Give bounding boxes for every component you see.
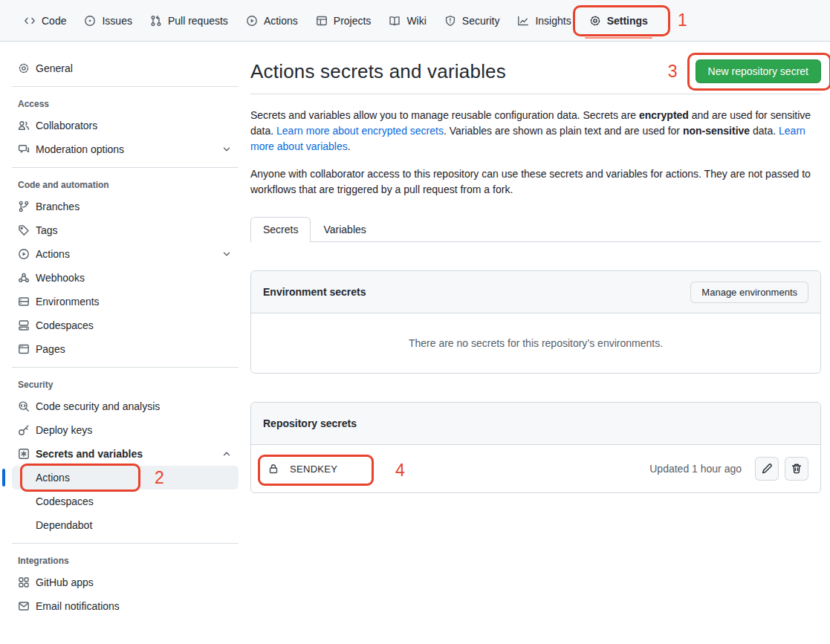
lock-icon (268, 463, 279, 475)
comment-discussion-icon (18, 143, 30, 155)
annotation-number-4: 4 (395, 462, 405, 479)
sidebar-item-label: GitHub apps (36, 576, 94, 588)
sidebar-item-pages[interactable]: Pages (12, 337, 239, 361)
sidebar-item-label: Collaborators (36, 120, 97, 131)
sidebar-item-label: Environments (36, 296, 100, 308)
key-icon (18, 424, 30, 436)
sidebar-divider (12, 86, 239, 87)
book-icon (389, 15, 401, 27)
sidebar-section-integrations: Integrations (12, 550, 239, 570)
sidebar-item-collaborators[interactable]: Collaborators (12, 114, 239, 137)
sidebar-item-moderation-options[interactable]: Moderation options (12, 137, 239, 161)
chevron-down-icon (221, 248, 233, 260)
annotation-number-1: 1 (678, 12, 687, 29)
graph-icon (517, 15, 529, 27)
nav-tab-pull-requests[interactable]: Pull requests (144, 10, 234, 31)
environment-secrets-box: Environment secrets Manage environments … (250, 270, 821, 374)
gear-icon (18, 62, 30, 74)
table-icon (316, 15, 328, 27)
webhook-icon (18, 272, 30, 284)
nav-tab-projects[interactable]: Projects (310, 10, 377, 31)
play-icon (18, 248, 30, 260)
chevron-up-icon (221, 448, 233, 460)
sidebar-item-secrets-and-variables[interactable]: Secrets and variables (12, 442, 239, 466)
mail-icon (18, 600, 30, 612)
nav-tab-label: Issues (102, 15, 132, 27)
tab-variables[interactable]: Variables (311, 217, 378, 242)
emphasis-text: encrypted (639, 109, 689, 121)
server-icon (18, 296, 30, 308)
sidebar-item-label: Code security and analysis (36, 400, 160, 412)
sidebar-divider (12, 367, 239, 368)
sidebar-item-label: Email notifications (36, 600, 120, 612)
nav-tab-label: Wiki (406, 15, 426, 27)
link-learn-more-about-encrypted-secrets[interactable]: Learn more about encrypted secrets (276, 125, 444, 137)
nav-tab-wiki[interactable]: Wiki (383, 10, 432, 31)
new-repository-secret-button[interactable]: New repository secret (696, 59, 821, 83)
nav-tab-settings[interactable]: Settings (583, 10, 654, 31)
manage-environments-button[interactable]: Manage environments (690, 282, 808, 303)
sidebar-item-label: Moderation options (36, 143, 124, 155)
sidebar-item-github-apps[interactable]: GitHub apps (12, 570, 239, 594)
environment-secrets-title: Environment secrets (263, 286, 366, 298)
description-text: Secrets and variables allow you to manag… (250, 109, 639, 121)
sidebar-item-code-security-and-analysis[interactable]: Code security and analysis (12, 394, 239, 418)
nav-tab-insights[interactable]: Insights (511, 10, 577, 31)
shield-icon (444, 15, 456, 27)
active-indicator (2, 469, 5, 487)
sidebar-item-deploy-keys[interactable]: Deploy keys (12, 418, 239, 442)
sidebar-item-label: Deploy keys (36, 424, 92, 436)
main-content: Actions secrets and variables 3 New repo… (250, 42, 830, 493)
tab-secrets[interactable]: Secrets (250, 217, 311, 242)
delete-secret-button[interactable] (785, 457, 808, 481)
nav-tab-actions[interactable]: Actions (240, 10, 304, 31)
sidebar-item-label: Dependabot (36, 519, 92, 531)
tag-icon (18, 224, 30, 236)
edit-secret-button[interactable] (755, 457, 779, 481)
sidebar-item-label: Codespaces (36, 495, 94, 507)
description-text: . Variables are shown as plain text and … (444, 125, 683, 137)
play-icon (246, 15, 258, 27)
sidebar-section-security: Security (12, 374, 239, 394)
sidebar-item-label: General (36, 62, 73, 74)
code-icon (24, 15, 36, 27)
sidebar-divider (12, 167, 239, 168)
sidebar-item-label: Actions (36, 472, 70, 484)
sidebar-item-tags[interactable]: Tags (12, 218, 239, 242)
sidebar-item-dependabot[interactable]: Dependabot (12, 513, 239, 537)
nav-tab-code[interactable]: Code (18, 10, 72, 31)
sidebar-item-actions[interactable]: Actions2 (12, 466, 239, 489)
key-asterisk-icon (18, 448, 30, 460)
secret-name: SENDKEY (290, 464, 337, 475)
sidebar-item-email-notifications[interactable]: Email notifications (12, 594, 239, 618)
annotation-number-3: 3 (668, 63, 678, 80)
sidebar-item-actions[interactable]: Actions (12, 242, 239, 266)
emphasis-text: non-sensitive (683, 125, 750, 137)
sidebar-item-general[interactable]: General (12, 56, 239, 80)
repository-secrets-box: Repository secrets SENDKEY4Updated 1 hou… (250, 402, 821, 493)
repo-tab-nav: CodeIssuesPull requestsActionsProjectsWi… (0, 0, 830, 42)
nav-tab-label: Settings (607, 15, 648, 27)
nav-tab-label: Code (42, 15, 66, 27)
page-title: Actions secrets and variables (250, 60, 506, 83)
sidebar-item-label: Branches (36, 201, 80, 212)
nav-tab-label: Security (462, 15, 500, 27)
sidebar-item-label: Codespaces (36, 319, 94, 331)
nav-tab-security[interactable]: Security (438, 10, 506, 31)
sidebar-item-label: Pages (36, 343, 65, 355)
nav-tab-label: Insights (535, 15, 571, 27)
sidebar-item-codespaces[interactable]: Codespaces (12, 313, 239, 337)
sidebar-item-label: Secrets and variables (36, 448, 143, 460)
sidebar-item-codespaces[interactable]: Codespaces (12, 489, 239, 513)
sidebar-item-webhooks[interactable]: Webhooks (12, 266, 239, 290)
nav-tab-label: Pull requests (168, 15, 228, 27)
sidebar-item-branches[interactable]: Branches (12, 195, 239, 218)
collaborator-access-note: Anyone with collaborator access to this … (250, 166, 821, 198)
chevron-down-icon (221, 143, 233, 155)
nav-tab-label: Actions (264, 15, 298, 27)
annotation-number-2: 2 (155, 469, 164, 487)
nav-tab-issues[interactable]: Issues (78, 10, 137, 31)
sidebar-section-access: Access (12, 93, 239, 114)
secret-name-group: SENDKEY4 (268, 463, 337, 475)
sidebar-item-environments[interactable]: Environments (12, 290, 239, 313)
